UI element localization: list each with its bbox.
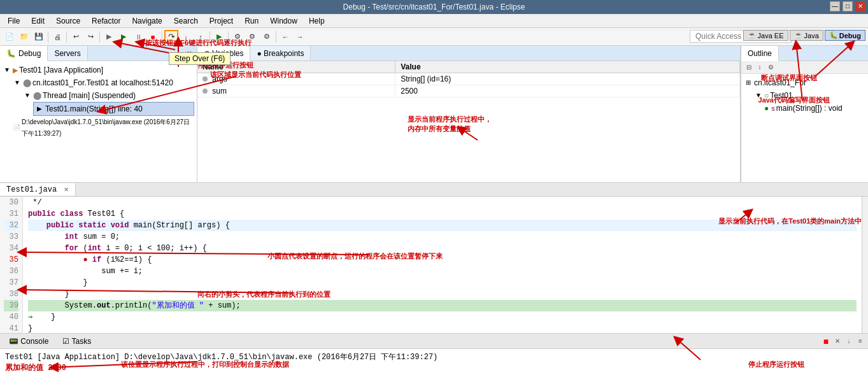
editor-scrollbar[interactable] (862, 197, 868, 333)
tb-sep3 (99, 31, 100, 43)
debug-tab[interactable]: 🐛 Debug (0, 46, 48, 61)
thread-expand-icon: ▼ (13, 78, 22, 87)
code-line-36: sum += i; (28, 266, 857, 277)
tb-sep7 (276, 31, 276, 43)
code-line-31: public class Test01 { (28, 208, 857, 220)
tree-item-main-thread[interactable]: ▼ ⬤ Thread [main] (Suspended) (23, 89, 194, 102)
perspective-debug[interactable]: 🐛 Debug (825, 30, 865, 41)
tb-debug[interactable]: ▶ (102, 30, 116, 44)
tree-item-jvm[interactable]: 📄 D:\develop\Java\jdk1.7.0_51\bin\javaw.… (13, 116, 194, 140)
tree-item-app[interactable]: ▼ ▶ Test01 [Java Application] (3, 64, 194, 76)
ln-35: 35 (4, 254, 18, 266)
tree-item-thread[interactable]: ▼ ⬤ cn.itcast01_For.Test01 at localhost:… (13, 76, 194, 89)
menu-navigate[interactable]: Navigate (127, 15, 167, 27)
ln-31: 31 (4, 208, 18, 220)
tb-terminate[interactable]: ■ (146, 30, 160, 44)
menu-help[interactable]: Help (304, 15, 330, 27)
menu-search[interactable]: Search (169, 15, 203, 27)
outline-panel: Outline ⊟ ↕ ⚙ ⊞ cn.itcast01_For ▼ (741, 46, 868, 182)
ln-37: 37 (4, 277, 18, 288)
servers-tab[interactable]: Servers (48, 46, 87, 60)
ln-41: 41 (4, 323, 18, 333)
outline-collapse-icon[interactable]: ⊟ (744, 62, 754, 73)
tb-extra3[interactable]: ⚙ (260, 30, 274, 44)
menu-file[interactable]: File (3, 15, 25, 27)
menu-run[interactable]: Run (239, 15, 264, 27)
close-button[interactable]: ✕ (855, 1, 865, 11)
table-row[interactable]: args String[] (id=16) (197, 73, 740, 85)
console-tab-bar: 📟 Console ☑ Tasks ■ ✕ ↓ ≡ (0, 334, 868, 349)
tree-item-frame-label: Test01.main(String[]) line: 40 (45, 103, 143, 115)
tree-item-thread-label: cn.itcast01_For.Test01 at localhost:5142… (32, 77, 173, 89)
var-dot-args (203, 76, 208, 82)
breakpoints-tab[interactable]: ● Breakpoints (250, 46, 311, 60)
console-scroll-icon[interactable]: ↓ (844, 336, 854, 346)
tb-open[interactable]: 📁 (17, 30, 31, 44)
console-content: Test01 [Java Application] D:\develop\Jav… (0, 349, 868, 391)
tb-stepover[interactable]: ↷ (164, 30, 178, 44)
tb-extra2[interactable]: ⚙ (245, 30, 259, 44)
debug-panel-tabs: 🐛 Debug Servers ✕ (0, 46, 197, 61)
var-dot-sum (203, 89, 208, 94)
debug-panel-content: ▼ ▶ Test01 [Java Application] ▼ ⬤ cn.itc… (0, 61, 197, 182)
outline-package[interactable]: ⊞ cn.itcast01_For (744, 76, 865, 89)
line-numbers: 30 31 32 33 34 35 36 37 38 39 40 41 (0, 197, 23, 333)
perspective-javaee[interactable]: ☕ Java EE (743, 30, 788, 41)
menu-window[interactable]: Window (265, 15, 302, 27)
tb-back[interactable]: ← (278, 30, 292, 44)
menu-project[interactable]: Project (204, 15, 238, 27)
vars-col-value: Value (395, 61, 740, 73)
console-stop-icon[interactable]: ■ (821, 336, 831, 346)
outline-tab[interactable]: Outline (741, 46, 779, 61)
outline-sort-icon[interactable]: ↕ (755, 62, 765, 73)
jvm-icon: 📄 (13, 124, 20, 132)
outline-filter-icon[interactable]: ⚙ (765, 62, 776, 73)
tree-item-main-thread-label: Thread [main] (Suspended) (43, 90, 136, 101)
tb-suspend[interactable]: ⏸ (131, 30, 145, 44)
menu-refactor[interactable]: Refactor (87, 15, 125, 27)
code-line-32: public static void main(String[] args) { (28, 220, 857, 231)
tasks-tab[interactable]: ☑ Tasks (56, 336, 97, 347)
console-tab[interactable]: 📟 Console (3, 336, 55, 347)
console-clear-icon[interactable]: ✕ (832, 336, 843, 346)
tb-save[interactable]: 💾 (32, 30, 46, 44)
tb-stepreturn[interactable]: ↑ (194, 30, 208, 44)
maximize-button[interactable]: □ (843, 1, 853, 11)
outline-method[interactable]: ● s main(String[]) : void (764, 102, 865, 115)
vars-table: Name Value args String[] (id=16) (197, 61, 740, 97)
console-options-icon[interactable]: ≡ (855, 336, 865, 346)
menu-source[interactable]: Source (51, 15, 85, 27)
table-row[interactable]: sum 2500 (197, 85, 740, 97)
tree-item-frame[interactable]: ▶ Test01.main(String[]) line: 40 (33, 102, 194, 116)
pkg-icon: ⊞ (744, 78, 753, 87)
tb-print[interactable]: 🖨 (50, 30, 64, 44)
tb-run[interactable]: ▶ (212, 30, 226, 44)
ln-32: 32 (4, 220, 18, 231)
tb-extra1[interactable]: ⚙ (231, 30, 245, 44)
editor-tab-close[interactable]: ✕ (64, 185, 68, 194)
editor-tab-test01[interactable]: Test01.java ✕ (0, 183, 76, 195)
tb-resume[interactable]: ▶ (117, 30, 131, 44)
outline-package-label: cn.itcast01_For (754, 77, 806, 89)
menu-edit[interactable]: Edit (26, 15, 50, 27)
outline-class[interactable]: ▼ ○ Test01 (754, 89, 865, 102)
console-app-info: Test01 [Java Application] D:\develop\Jav… (5, 352, 863, 362)
tb-redo[interactable]: ↪ (83, 30, 97, 44)
app-icon: ▶ (13, 64, 18, 76)
tb-sep5 (210, 31, 210, 43)
thread-icon: ⬤ (23, 77, 31, 89)
tb-undo[interactable]: ↩ (69, 30, 83, 44)
debug-label: Debug (839, 32, 861, 39)
minimize-button[interactable]: — (830, 1, 840, 11)
debug-tab-label: Debug (18, 49, 41, 58)
step-over-tooltip-text: Step Over (F6) (174, 54, 225, 63)
tb-stepinto[interactable]: ↓ (179, 30, 193, 44)
code-line-35: ● if (i%2==1) { (28, 254, 857, 266)
code-line-38: } (28, 288, 857, 300)
tb-new[interactable]: 📄 (3, 30, 17, 44)
javaee-label: Java EE (758, 32, 784, 39)
tb-forward[interactable]: → (293, 30, 307, 44)
perspective-java[interactable]: ☕ Java (790, 30, 823, 41)
outline-tab-label: Outline (748, 49, 772, 58)
java-icon: ☕ (794, 31, 803, 39)
